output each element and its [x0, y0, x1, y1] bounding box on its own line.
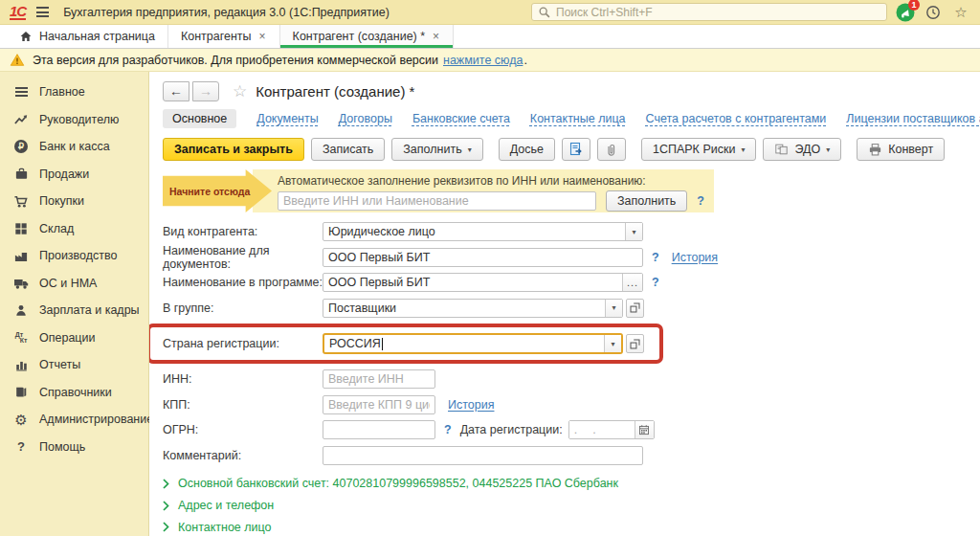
section-address-phone[interactable]: Адрес и телефон: [163, 495, 980, 517]
sidebar-item-fixed-assets[interactable]: ОС и НМА: [0, 270, 148, 298]
open-item-button[interactable]: [626, 299, 644, 318]
kpp-input[interactable]: [323, 395, 435, 414]
dev-version-warning: Эта версия для разработчиков. Для приобр…: [0, 49, 980, 72]
country-highlight-box: Страна регистрации: РОССИЯ ▾: [149, 324, 663, 364]
field-label: Страна регистрации:: [163, 337, 323, 350]
back-button[interactable]: ←: [163, 81, 189, 101]
tab-label: Начальная страница: [39, 30, 155, 43]
search-input[interactable]: [556, 6, 880, 19]
inn-input[interactable]: [323, 369, 435, 389]
dropdown-button[interactable]: ▾: [605, 300, 622, 317]
edo-docs-icon: [774, 143, 789, 156]
open-item-button[interactable]: [626, 334, 644, 353]
favorite-star-icon[interactable]: ☆: [233, 83, 247, 100]
field-label: КПП:: [163, 398, 323, 412]
chevron-right-icon: [163, 501, 169, 511]
form-nav-contact-persons[interactable]: Контактные лица: [530, 112, 626, 125]
app-title: Бухгалтерия предприятия, редакция 3.0 (1…: [63, 6, 390, 19]
printer-icon: [868, 143, 882, 157]
registration-date-input[interactable]: [569, 421, 635, 438]
form-nav-main[interactable]: Основное: [163, 109, 236, 128]
tab-counterparty-create[interactable]: Контрагент (создание) * ×: [280, 25, 455, 48]
tab-label: Контрагенты: [181, 30, 252, 43]
fill-menu-button[interactable]: Заполнить▾: [391, 138, 482, 161]
sidebar-item-warehouse[interactable]: Склад: [0, 215, 148, 243]
form-nav-settlement-accounts[interactable]: Счета расчетов с контрагентами: [646, 112, 827, 125]
autofill-inn-input[interactable]: [278, 191, 596, 211]
field-label: В группе:: [163, 302, 323, 315]
ogrn-input[interactable]: [323, 420, 435, 439]
calendar-button[interactable]: [635, 421, 654, 438]
choose-button[interactable]: ...: [622, 274, 642, 291]
field-comment: Комментарий:: [163, 443, 980, 469]
grid-boxes-icon: [12, 222, 30, 235]
fields-area: Вид контрагента: Юридическое лицо ▾ Наим…: [163, 219, 980, 468]
tab-counterparties[interactable]: Контрагенты ×: [168, 25, 280, 48]
global-search[interactable]: [531, 3, 887, 21]
sidebar-item-sales[interactable]: Продажи: [0, 161, 148, 189]
section-bank-account[interactable]: Основной банковский счет: 40702810799996…: [163, 473, 980, 495]
help-icon[interactable]: ?: [652, 251, 659, 264]
history-link[interactable]: История: [448, 398, 494, 412]
buy-version-link[interactable]: нажмите сюда: [443, 54, 523, 67]
sidebar-item-help[interactable]: ? Помощь: [0, 434, 148, 461]
sidebar-item-reports[interactable]: Отчеты: [0, 351, 148, 379]
autofill-fill-button[interactable]: Заполнить: [606, 190, 687, 212]
notification-badge: 1: [908, 0, 920, 11]
help-icon[interactable]: ?: [444, 423, 452, 436]
history-link[interactable]: История: [672, 251, 718, 264]
sidebar-item-production[interactable]: Производство: [0, 242, 148, 270]
open-in-new-icon: [630, 339, 640, 349]
sidebar-item-payroll-hr[interactable]: Зарплата и кадры: [0, 297, 148, 324]
form-nav-bank-accounts[interactable]: Банковские счета: [412, 112, 510, 125]
dossier-button[interactable]: Досье: [499, 138, 555, 161]
main-menu-icon[interactable]: [34, 4, 51, 20]
report-export-button[interactable]: [562, 138, 590, 161]
truck-icon: [12, 277, 30, 290]
autofill-panel: Автоматическое заполнение реквизитов по …: [253, 169, 714, 212]
name-for-documents-input[interactable]: [323, 248, 643, 267]
sections-sidebar: Главное Руководителю ₽ Банк и касса Прод…: [0, 72, 149, 536]
spark-risks-button[interactable]: 1СПАРК Риски▾: [641, 138, 756, 161]
attachments-button[interactable]: [597, 138, 626, 161]
form-nav-contracts[interactable]: Договоры: [339, 112, 392, 125]
dropdown-button[interactable]: ▾: [625, 223, 642, 240]
country-combo[interactable]: РОССИЯ ▾: [323, 333, 623, 354]
notifications-icon[interactable]: 1: [896, 3, 915, 22]
sidebar-item-administration[interactable]: ⚙ Администрирование: [0, 406, 148, 434]
name-in-program-field[interactable]: ООО Первый БИТ ...: [323, 273, 643, 292]
edo-button[interactable]: ЭДО▾: [763, 138, 841, 161]
comment-input[interactable]: [323, 446, 643, 465]
tab-home[interactable]: Начальная страница: [6, 25, 168, 48]
dropdown-button[interactable]: ▾: [604, 335, 621, 352]
sidebar-item-bank-cash[interactable]: ₽ Банк и касса: [0, 133, 148, 161]
group-combo[interactable]: Поставщики ▾: [323, 299, 623, 318]
paperclip-icon: [604, 143, 618, 157]
help-icon[interactable]: ?: [652, 276, 659, 289]
kind-combo[interactable]: Юридическое лицо ▾: [323, 222, 643, 241]
forward-button[interactable]: →: [192, 81, 219, 101]
field-label: Наименование для документов:: [163, 244, 323, 271]
help-icon[interactable]: ?: [697, 194, 704, 208]
autofill-title: Автоматическое заполнение реквизитов по …: [278, 174, 704, 188]
debit-credit-icon: ДтКт: [12, 332, 30, 344]
warning-text: Эта версия для разработчиков. Для приобр…: [33, 54, 438, 67]
autofill-strip: Начните отсюда Автоматическое заполнение…: [163, 169, 980, 212]
close-tab-icon[interactable]: ×: [432, 30, 440, 43]
form-nav-alcohol-licenses[interactable]: Лицензии поставщиков алкогольной продукц…: [846, 112, 980, 125]
close-tab-icon[interactable]: ×: [258, 30, 267, 43]
envelope-print-button[interactable]: Конверт: [857, 138, 945, 161]
sidebar-item-main[interactable]: Главное: [0, 78, 148, 106]
registration-date-field[interactable]: [568, 420, 655, 439]
section-contact-person[interactable]: Контактное лицо: [163, 517, 980, 536]
history-icon[interactable]: [924, 3, 943, 22]
sidebar-item-directories[interactable]: Справочники: [0, 379, 148, 407]
sidebar-item-operations[interactable]: ДтКт Операции: [0, 324, 148, 352]
calendar-icon: [638, 424, 650, 436]
form-nav-documents[interactable]: Документы: [256, 112, 318, 125]
save-button[interactable]: Записать: [311, 138, 385, 161]
save-and-close-button[interactable]: Записать и закрыть: [163, 138, 304, 161]
sidebar-item-purchases[interactable]: Покупки: [0, 188, 148, 215]
favorites-icon[interactable]: ☆: [951, 3, 970, 22]
sidebar-item-manager[interactable]: Руководителю: [0, 106, 148, 134]
